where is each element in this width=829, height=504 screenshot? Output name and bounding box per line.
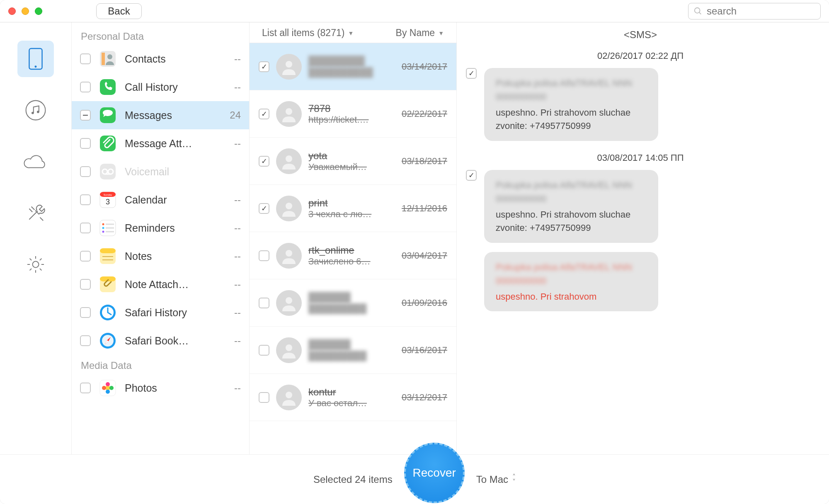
thread-row[interactable]: ✓7878https://ticket.…02/22/2017 [250, 90, 456, 138]
checkbox[interactable]: ✓ [259, 203, 269, 214]
checkbox[interactable]: ✓ [466, 170, 477, 181]
thread-row[interactable]: ███████████████01/09/2016 [250, 279, 456, 327]
svg-point-50 [286, 203, 292, 209]
thread-date: 02/22/2017 [402, 109, 447, 119]
thread-preview: ██████████ [308, 67, 395, 78]
checkbox[interactable] [80, 194, 91, 205]
safarihist-icon [98, 303, 117, 322]
recover-button[interactable]: Recover [404, 443, 465, 503]
nav-music-icon[interactable] [17, 92, 54, 128]
category-label: Notes [125, 250, 214, 262]
stepper-icon: ˄˅ [512, 475, 516, 484]
checkbox[interactable] [80, 82, 91, 92]
category-row-notesattach[interactable]: Note Attach…-- [72, 270, 249, 298]
thread-date: 01/09/2016 [402, 298, 447, 308]
checkbox[interactable] [80, 279, 91, 290]
category-row-notes[interactable]: Notes-- [72, 242, 249, 270]
thread-row[interactable]: rtk_onlimeЗачислено 6…03/04/2017 [250, 232, 456, 279]
photos-icon [98, 378, 117, 397]
checkbox[interactable]: ✓ [259, 61, 269, 72]
category-count: -- [222, 335, 241, 346]
footer-bar: Selected 24 items Recover To Mac ˄˅ [0, 454, 829, 504]
minimize-window-icon[interactable] [22, 7, 29, 15]
category-row-calendar[interactable]: 3SundayCalendar-- [72, 186, 249, 214]
category-row-callhistory[interactable]: Call History-- [72, 73, 249, 101]
category-label: Safari Book… [125, 335, 214, 347]
nav-device-icon[interactable] [17, 41, 54, 77]
svg-point-46 [106, 390, 110, 394]
svg-point-3 [35, 65, 37, 68]
thread-name: rtk_onlime [308, 245, 395, 256]
titlebar: Back [0, 0, 829, 22]
category-row-contacts[interactable]: Contacts-- [72, 45, 249, 73]
message-row: ✓Pokupka polisa AlfaTRAVEL NNN 000000000… [466, 68, 815, 141]
message-bubble: Pokupka polisa AlfaTRAVEL NNN 0000000000… [484, 170, 658, 243]
checkbox[interactable]: ✓ [466, 68, 477, 79]
thread-name: yota [308, 150, 395, 162]
checkbox[interactable] [80, 166, 91, 177]
filter-dropdown[interactable]: List all items (8271) ▼ [262, 27, 354, 39]
checkbox[interactable] [80, 110, 91, 121]
nav-tools-icon[interactable] [17, 195, 54, 231]
thread-date: 03/16/2017 [402, 345, 447, 356]
avatar-icon [276, 101, 302, 127]
thread-preview: 3 чехла с лю… [308, 209, 395, 220]
svg-line-1 [699, 12, 701, 14]
thread-row[interactable]: ✓print3 чехла с лю…12/11/2016 [250, 185, 456, 232]
checkbox[interactable] [80, 335, 91, 346]
checkbox[interactable]: ✓ [259, 156, 269, 167]
search-input[interactable] [707, 5, 829, 17]
category-count: -- [222, 279, 241, 290]
avatar-icon [276, 290, 302, 316]
checkbox[interactable] [259, 298, 269, 308]
nav-settings-icon[interactable] [17, 246, 54, 283]
category-row-safaribook[interactable]: Safari Book…-- [72, 327, 249, 355]
thread-name: ██████ [308, 339, 395, 351]
thread-list-panel: List all items (8271) ▼ By Name ▼ ✓█████… [250, 22, 457, 454]
category-label: Contacts [125, 53, 214, 65]
category-count: -- [222, 194, 241, 206]
avatar-icon [276, 337, 302, 363]
thread-row[interactable]: ✓██████████████████03/14/2017 [250, 43, 456, 90]
category-count: 24 [222, 109, 241, 121]
checkbox[interactable]: ✓ [259, 109, 269, 119]
search-field[interactable] [688, 3, 821, 19]
message-timestamp: 02/26/2017 02:22 ДП [466, 48, 815, 68]
notes-icon [98, 247, 117, 266]
category-row-messages[interactable]: Messages24 [72, 101, 249, 129]
svg-text:3: 3 [106, 198, 110, 206]
checkbox[interactable] [80, 383, 91, 393]
category-row-photos[interactable]: Photos-- [72, 374, 249, 402]
checkbox[interactable] [80, 138, 91, 149]
checkbox[interactable] [80, 307, 91, 318]
category-row-attach[interactable]: Message Att…-- [72, 129, 249, 158]
category-count: -- [222, 138, 241, 149]
thread-date: 03/14/2017 [402, 61, 447, 72]
svg-point-51 [286, 250, 292, 257]
thread-row[interactable]: ███████████████03/16/2017 [250, 327, 456, 374]
sort-dropdown[interactable]: By Name ▼ [396, 27, 444, 39]
svg-point-4 [26, 101, 46, 120]
nav-cloud-icon[interactable] [17, 143, 54, 180]
close-window-icon[interactable] [8, 7, 16, 15]
checkbox[interactable] [259, 392, 269, 403]
category-row-voicemail[interactable]: Voicemail [72, 158, 249, 186]
thread-row[interactable]: ✓yotaУважаемый…03/18/2017 [250, 138, 456, 185]
category-row-reminders[interactable]: Reminders-- [72, 214, 249, 242]
checkbox[interactable] [80, 251, 91, 262]
checkbox[interactable] [259, 345, 269, 356]
thread-row[interactable]: konturУ вас остал…03/12/2017 [250, 374, 456, 421]
destination-dropdown[interactable]: To Mac ˄˅ [476, 474, 516, 485]
checkbox[interactable] [80, 223, 91, 233]
svg-rect-30 [100, 248, 116, 253]
checkbox[interactable] [259, 250, 269, 261]
sidebar-nav [0, 22, 71, 454]
category-label: Note Attach… [125, 279, 214, 291]
category-row-safarihist[interactable]: Safari History-- [72, 298, 249, 327]
reminders-icon [98, 218, 117, 237]
thread-preview: █████████ [308, 351, 395, 361]
back-button[interactable]: Back [96, 3, 142, 19]
category-label: Photos [125, 382, 214, 394]
fullscreen-window-icon[interactable] [35, 7, 42, 15]
checkbox[interactable] [80, 53, 91, 64]
